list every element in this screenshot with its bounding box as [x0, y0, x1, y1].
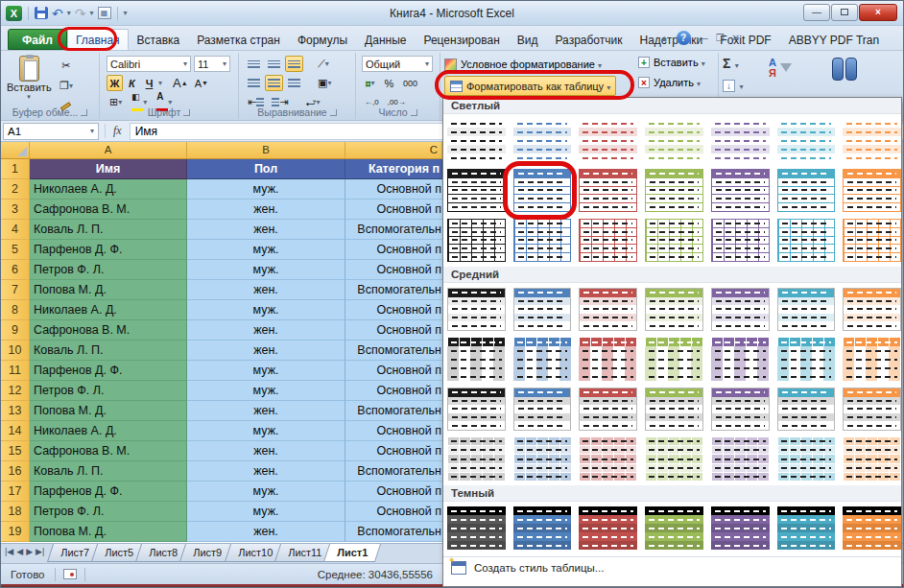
table-style-light-grid-orange[interactable] [843, 219, 901, 262]
cell-category[interactable]: Вспомогательн [345, 280, 442, 300]
row-header[interactable]: 5 [1, 240, 30, 260]
cell-name[interactable]: Коваль Л. П. [30, 220, 187, 240]
cell-name[interactable]: Николаев А. Д. [30, 300, 187, 320]
next-sheet-icon[interactable]: ▶ [26, 547, 33, 556]
table-style-dark-solid-green[interactable] [645, 506, 703, 550]
sort-filter-button[interactable]: АЯ [769, 57, 792, 85]
cell-sex[interactable]: жен. [187, 401, 345, 421]
minimize-button[interactable]: — [803, 4, 830, 21]
tab-Вид[interactable]: Вид [509, 29, 547, 50]
table-style-med-col-bands-blue[interactable] [513, 338, 572, 381]
table-style-light-bands-green[interactable] [645, 119, 703, 162]
tab-Главная[interactable]: Главная [67, 29, 129, 50]
column-header-c[interactable]: C [345, 142, 442, 159]
table-style-dark-solid-orange[interactable] [843, 506, 901, 550]
table-style-light-grid-purple[interactable] [711, 219, 770, 262]
doc-close-icon[interactable]: ✕ [732, 31, 740, 45]
table-style-light-bands-red[interactable] [579, 119, 637, 162]
cell-sex[interactable]: муж. [187, 179, 345, 200]
cell-category[interactable]: Основной п [345, 441, 442, 461]
underline-button[interactable]: Ч [141, 75, 157, 91]
font-size-combo[interactable]: 11▾ [194, 56, 230, 72]
table-style-med-col-bands-orange[interactable] [843, 338, 901, 381]
cell-category[interactable]: Вспомогательн [345, 220, 442, 240]
table-style-med-grid-blue[interactable] [513, 437, 572, 481]
cell-sex[interactable]: жен. [187, 220, 345, 240]
table-style-dark-solid-blue[interactable] [513, 506, 572, 550]
table-style-dark-solid-red[interactable] [579, 506, 637, 550]
insert-function-icon[interactable]: fx [105, 124, 130, 138]
format-as-table-button[interactable]: Форматировать как таблицу ▾ [444, 76, 616, 96]
table-style-med-header-bands-green[interactable] [645, 288, 703, 331]
tab-Формулы[interactable]: Формулы [289, 29, 356, 50]
table-style-light-bands-blue[interactable] [513, 119, 572, 162]
insert-cells-button[interactable]: + Вставить ▾ [638, 57, 705, 68]
table-style-light-header-teal[interactable] [777, 169, 836, 212]
percent-format-icon[interactable]: % [381, 75, 397, 91]
cell-sex[interactable]: муж. [187, 361, 345, 381]
table-style-med-header-bands-orange[interactable] [843, 288, 901, 331]
table-style-light-bands-black[interactable] [447, 119, 506, 162]
row-header[interactable]: 2 [1, 179, 30, 200]
align-center-icon[interactable] [265, 75, 283, 91]
cell-category[interactable]: Вспомогательн [345, 461, 442, 482]
cell-category[interactable]: Основной п [345, 482, 442, 502]
table-style-med-col-bands-purple[interactable] [711, 338, 770, 381]
column-header-a[interactable]: A [30, 142, 187, 159]
cell-category[interactable]: Основной п [345, 421, 442, 441]
row-header[interactable]: 8 [1, 300, 30, 320]
table-style-light-header-black[interactable] [447, 169, 506, 212]
cell-sex[interactable]: муж. [187, 502, 345, 522]
table-style-med-header-bands-black[interactable] [447, 288, 506, 331]
cell-name[interactable]: Николаев А. Д. [30, 179, 187, 200]
cell-name[interactable]: Николаев А. Д. [30, 421, 187, 441]
table-style-light-bands-orange[interactable] [843, 119, 901, 162]
cell-name[interactable]: Попова М. Д. [30, 280, 187, 300]
dialog-launcher-icon[interactable] [411, 109, 417, 116]
prev-sheet-icon[interactable]: ◀ [16, 547, 23, 556]
table-style-med-grid-purple[interactable] [711, 437, 770, 481]
cell-category[interactable]: Основной п [345, 320, 442, 341]
comma-format-icon[interactable]: 000 [400, 75, 420, 91]
select-all-corner[interactable] [1, 142, 30, 159]
table-style-med-col-bands-teal[interactable] [777, 338, 836, 381]
merge-center-icon[interactable]: ▣▾ [315, 75, 334, 91]
table-style-dark-solid-purple[interactable] [711, 506, 770, 550]
table-style-med-header-bands-purple[interactable] [711, 288, 770, 331]
dialog-launcher-icon[interactable] [330, 109, 337, 116]
tab-ABBYY PDF Tran[interactable]: ABBYY PDF Tran [780, 29, 888, 50]
table-style-light-grid-green[interactable] [645, 219, 703, 262]
table-style-light-header-orange[interactable] [843, 169, 901, 212]
shrink-font-button[interactable]: А▼ [192, 75, 211, 91]
doc-minimize-icon[interactable]: — [699, 31, 708, 45]
cell-sex[interactable]: муж. [187, 421, 345, 441]
row-header[interactable]: 18 [1, 502, 30, 522]
table-style-med-gray-bands-red[interactable] [579, 388, 637, 431]
cell-sex[interactable]: жен. [187, 522, 345, 542]
table-style-med-gray-bands-teal[interactable] [777, 388, 836, 431]
cell-c1[interactable]: Категория п [345, 159, 442, 179]
row-header[interactable]: 9 [1, 320, 30, 341]
row-header[interactable]: 11 [1, 361, 30, 381]
cell-name[interactable]: Коваль Л. П. [30, 341, 187, 361]
collapse-ribbon-icon[interactable]: ▲ [660, 34, 669, 43]
doc-restore-icon[interactable]: ❐ [716, 31, 725, 45]
table-style-light-bands-purple[interactable] [711, 119, 770, 162]
fill-button[interactable]: ↓ ▾ [723, 76, 743, 93]
row-header[interactable]: 16 [1, 461, 30, 482]
table-style-light-header-purple[interactable] [711, 169, 770, 212]
table-style-med-gray-bands-green[interactable] [645, 388, 703, 431]
cell-name[interactable]: Коваль Л. П. [30, 461, 187, 482]
number-format-combo[interactable]: Общий▾ [362, 56, 433, 72]
cell-name[interactable]: Петров Ф. Л. [30, 260, 187, 280]
cut-icon[interactable]: ✂ [57, 58, 76, 74]
table-style-med-col-bands-green[interactable] [645, 338, 703, 381]
tab-Данные[interactable]: Данные [356, 29, 415, 50]
cell-sex[interactable]: жен. [187, 341, 345, 361]
cell-sex[interactable]: муж. [187, 482, 345, 502]
close-button[interactable]: × [859, 4, 897, 21]
row-header[interactable]: 13 [1, 401, 30, 421]
table-style-light-header-red[interactable] [579, 169, 637, 212]
table-style-med-header-bands-blue[interactable] [513, 288, 572, 331]
row-header[interactable]: 17 [1, 482, 30, 502]
